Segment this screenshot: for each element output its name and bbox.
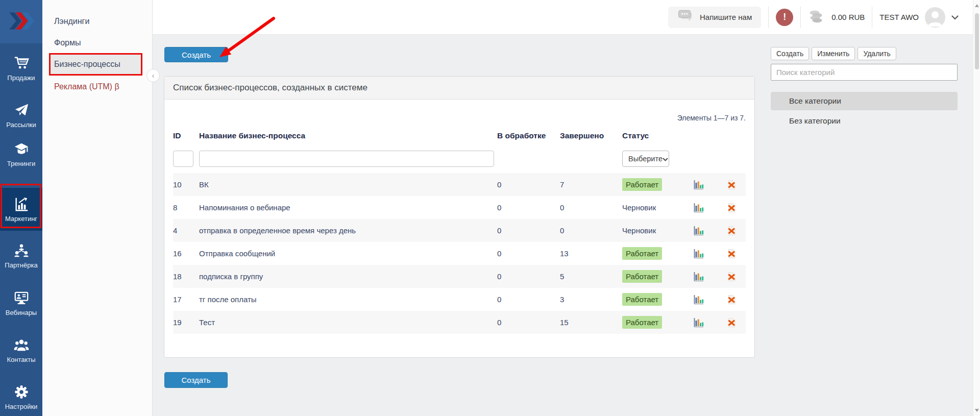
sidebar-item-mailings[interactable]: Рассылки (0, 95, 42, 136)
delete-icon[interactable] (717, 295, 746, 305)
category-item-none[interactable]: Без категории (771, 113, 958, 129)
stats-chart-icon[interactable] (681, 226, 717, 236)
col-header-id[interactable]: ID (173, 131, 199, 140)
cell-name[interactable]: Тест (199, 318, 497, 327)
delete-icon[interactable] (717, 317, 746, 328)
table-row[interactable]: 17 тг после оплаты 0 3 Работает (173, 288, 746, 311)
delete-icon[interactable] (717, 249, 746, 259)
cell-id[interactable]: 4 (173, 226, 199, 235)
table-row[interactable]: 10 ВК 0 7 Работает (173, 173, 746, 196)
stats-chart-icon[interactable] (681, 272, 717, 282)
app-logo[interactable] (0, 0, 42, 43)
col-header-name[interactable]: Название бизнес-процесса (199, 131, 497, 140)
cell-name[interactable]: Напоминания о вебинаре (199, 203, 497, 212)
people-icon (13, 337, 30, 353)
cell-id[interactable]: 10 (173, 180, 199, 189)
cell-processing: 0 (497, 249, 560, 258)
contact-us-button[interactable]: Напишите нам (668, 7, 761, 28)
sidebar-item-contacts[interactable]: Контакты (0, 330, 42, 371)
cell-processing: 0 (497, 203, 560, 212)
sidebar-item-settings[interactable]: Настройки (0, 377, 42, 416)
delete-icon[interactable] (717, 203, 746, 213)
sidebar-item-label: Вебинары (6, 309, 37, 316)
delete-icon[interactable] (717, 272, 746, 282)
stats-chart-icon[interactable] (681, 180, 717, 190)
create-button-bottom[interactable]: Создать (164, 372, 228, 388)
scroll-up-arrow-icon[interactable] (975, 4, 979, 7)
cell-name[interactable]: Отправка сообщений (199, 249, 497, 258)
stats-chart-icon[interactable] (681, 203, 717, 213)
cell-processing: 0 (497, 180, 560, 189)
balance[interactable]: 0.00 RUB (808, 9, 865, 26)
submenu-item-business-processes[interactable]: Бизнес-процессы (51, 54, 142, 75)
sidebar-item-webinars[interactable]: Вебинары (0, 283, 42, 324)
page-scrollbar[interactable] (973, 0, 980, 416)
coins-icon (808, 9, 826, 26)
sidebar-item-label: Тренинги (7, 160, 35, 167)
cell-name[interactable]: тг после оплаты (199, 295, 497, 304)
name-filter-input[interactable] (199, 151, 494, 167)
panel-body: Элементы 1—7 из 7. ID Название бизнес-пр… (164, 114, 754, 334)
cell-id[interactable]: 18 (173, 272, 199, 281)
divider (768, 7, 769, 28)
stats-chart-icon[interactable] (681, 317, 717, 328)
category-edit-button[interactable]: Изменить (812, 47, 855, 60)
table-row[interactable]: 19 Тест 0 15 Работает (173, 311, 746, 334)
cell-id[interactable]: 19 (173, 318, 199, 327)
cell-name[interactable]: подписка в группу (199, 272, 497, 281)
table-row[interactable]: 4 отправка в определенное время через де… (173, 219, 746, 242)
submenu-item-ads-utm[interactable]: Реклама (UTM) β (51, 76, 142, 97)
col-header-status: Статус (622, 131, 681, 140)
chevrons-logo-icon (8, 11, 35, 33)
status-badge: Работает (622, 247, 662, 260)
category-create-button[interactable]: Создать (771, 47, 809, 60)
sidebar-item-affiliate[interactable]: Партнёрка (0, 235, 42, 276)
submenu-item-landings[interactable]: Лэндинги (51, 11, 142, 32)
alert-icon[interactable]: ! (776, 9, 793, 26)
scroll-down-arrow-icon[interactable] (975, 409, 979, 412)
cell-id[interactable]: 8 (173, 203, 199, 212)
category-delete-button[interactable]: Удалить (857, 47, 896, 60)
stats-chart-icon[interactable] (681, 295, 717, 305)
stats-chart-icon[interactable] (681, 249, 717, 259)
topbar: Напишите нам ! 0.00 RUB TEST AWO (153, 0, 973, 35)
network-icon (13, 242, 30, 259)
category-search-input[interactable] (771, 64, 958, 81)
sidebar-item-sales[interactable]: Продажи (0, 48, 42, 89)
collapse-sidebar-button[interactable]: ‹ (146, 69, 160, 82)
sidebar-item-trainings[interactable]: Тренинги (0, 134, 42, 175)
bar-chart-icon (13, 196, 30, 212)
create-button-top[interactable]: Создать (164, 47, 228, 62)
cell-completed: 7 (560, 180, 622, 189)
app-screen: Продажи Рассылки Тренинги Маркетинг Парт (0, 0, 980, 416)
sidebar-item-label: Настройки (5, 403, 38, 410)
scrollbar-thumb[interactable] (975, 13, 979, 69)
sidebar-item-marketing[interactable]: Маркетинг (0, 188, 42, 231)
user-menu[interactable]: TEST AWO (879, 7, 959, 28)
submenu-item-forms[interactable]: Формы (51, 32, 142, 54)
gear-icon (13, 384, 30, 400)
category-item-all[interactable]: Все категории (771, 92, 958, 110)
table-row[interactable]: 16 Отправка сообщений 0 13 Работает (173, 242, 746, 265)
cell-name[interactable]: отправка в определенное время через день (199, 226, 497, 235)
divider (800, 7, 801, 28)
sidebar-item-label: Маркетинг (5, 215, 37, 223)
status-filter-select[interactable]: Выберите (622, 151, 669, 167)
cell-id[interactable]: 17 (173, 295, 199, 304)
delete-icon[interactable] (717, 180, 746, 190)
main-content: Создать Список бизнес-процессов, созданн… (153, 35, 973, 416)
table-row[interactable]: 8 Напоминания о вебинаре 0 0 Черновик (173, 196, 746, 219)
delete-icon[interactable] (717, 226, 746, 236)
balance-amount: 0.00 RUB (831, 13, 865, 21)
cell-id[interactable]: 16 (173, 249, 199, 258)
contact-us-label: Напишите нам (700, 13, 752, 21)
cell-processing: 0 (497, 226, 560, 235)
table-row[interactable]: 18 подписка в группу 0 5 Работает (173, 265, 746, 288)
status-badge: Работает (622, 316, 662, 329)
id-filter-input[interactable] (173, 151, 193, 167)
col-header-completed: Завершено (560, 131, 622, 140)
cell-completed: 13 (560, 249, 622, 258)
business-process-panel: Список бизнес-процессов, созданных в сис… (164, 76, 755, 358)
cell-name[interactable]: ВК (199, 180, 497, 189)
user-name: TEST AWO (879, 13, 919, 21)
